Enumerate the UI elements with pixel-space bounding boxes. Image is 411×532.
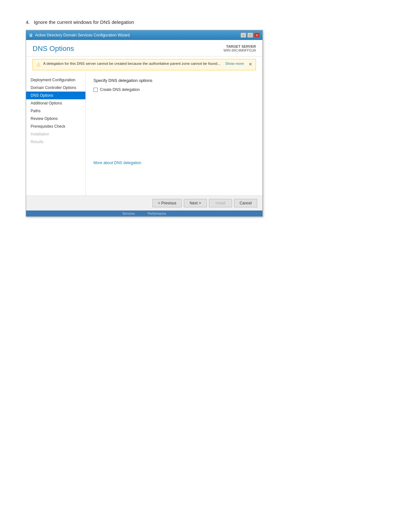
- nav-item-additional[interactable]: Additional Options: [26, 99, 85, 107]
- nav-item-review[interactable]: Review Options: [26, 115, 85, 123]
- dns-delegation-checkbox-row: Create DNS delegation: [93, 87, 255, 92]
- more-link-area: More about DNS delegation: [93, 96, 255, 165]
- create-dns-delegation-checkbox[interactable]: [93, 88, 98, 92]
- warning-icon: ⚠: [36, 62, 41, 68]
- section-title: Specify DNS delegation options: [93, 78, 255, 83]
- title-bar-left: 🖥 Active Directory Domain Services Confi…: [29, 33, 130, 38]
- next-button[interactable]: Next >: [184, 199, 207, 207]
- maximize-button[interactable]: □: [247, 33, 253, 38]
- nav-item-installation: Installation: [26, 130, 85, 138]
- title-bar-icon: 🖥: [29, 33, 33, 38]
- nav-item-dns-options[interactable]: DNS Options: [26, 92, 85, 99]
- target-server-label: TARGET SERVER: [223, 44, 256, 48]
- wizard-footer: < Previous Next > Install Cancel: [26, 195, 262, 211]
- nav-item-prerequisites[interactable]: Prerequisites Check: [26, 123, 85, 130]
- cancel-button[interactable]: Cancel: [234, 199, 257, 207]
- close-button[interactable]: ✕: [254, 33, 260, 38]
- instruction-text: 4. Ignore the current windows for DNS de…: [26, 19, 385, 25]
- warning-close-button[interactable]: ✕: [249, 62, 252, 67]
- wizard-main: Specify DNS delegation options Create DN…: [86, 73, 262, 195]
- more-about-dns-link[interactable]: More about DNS delegation: [93, 161, 141, 165]
- instruction-number: 4.: [26, 19, 30, 25]
- title-bar-controls: – □ ✕: [240, 33, 260, 38]
- nav-item-results: Results: [26, 138, 85, 146]
- nav-item-deployment[interactable]: Deployment Configuration: [26, 76, 85, 84]
- wizard-content: Deployment Configuration Domain Controll…: [26, 73, 262, 195]
- taskbar-hint: Services Performance: [26, 211, 262, 216]
- taskbar-performance: Performance: [148, 212, 166, 215]
- title-bar-title: Active Directory Domain Services Configu…: [35, 33, 130, 37]
- nav-item-paths[interactable]: Paths: [26, 107, 85, 115]
- wizard-body: DNS Options TARGET SERVER WIN-99C4M0FFDJ…: [26, 40, 262, 211]
- wizard-header: DNS Options TARGET SERVER WIN-99C4M0FFDJ…: [26, 40, 262, 56]
- warning-banner: ⚠ A delegation for this DNS server canno…: [33, 59, 256, 70]
- title-bar: 🖥 Active Directory Domain Services Confi…: [26, 30, 262, 40]
- wizard-nav: Deployment Configuration Domain Controll…: [26, 73, 86, 195]
- minimize-button[interactable]: –: [240, 33, 246, 38]
- target-server-name: WIN-99C4M0FFDJA: [223, 48, 256, 52]
- taskbar-services: Services: [122, 212, 135, 215]
- instruction-label: Ignore the current windows for DNS deleg…: [34, 19, 134, 25]
- warning-text: A delegation for this DNS server cannot …: [43, 62, 223, 65]
- create-dns-delegation-label: Create DNS delegation: [100, 87, 140, 92]
- wizard-title: DNS Options: [33, 44, 74, 53]
- previous-button[interactable]: < Previous: [152, 199, 182, 207]
- target-server-info: TARGET SERVER WIN-99C4M0FFDJA: [223, 44, 256, 52]
- nav-item-dc-options[interactable]: Domain Controller Options: [26, 84, 85, 92]
- wizard-window: 🖥 Active Directory Domain Services Confi…: [26, 30, 263, 217]
- install-button[interactable]: Install: [209, 199, 232, 207]
- show-more-link[interactable]: Show more: [225, 62, 244, 65]
